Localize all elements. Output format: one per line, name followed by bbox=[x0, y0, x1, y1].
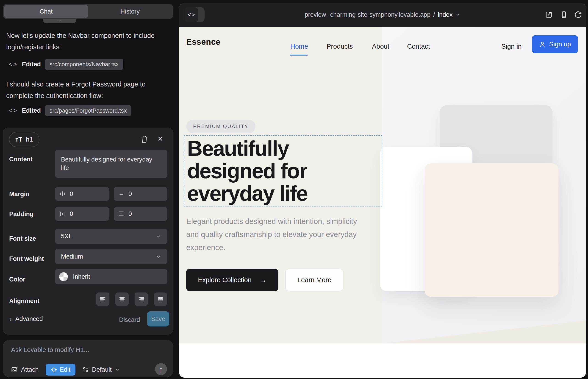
padding-horizontal-input[interactable]: 0 bbox=[55, 207, 109, 221]
chevron-down-icon bbox=[155, 233, 161, 239]
color-select[interactable]: Inherit bbox=[55, 269, 167, 284]
url-bar[interactable]: preview--charming-site-symphony.lovable.… bbox=[179, 3, 586, 27]
chevron-down-icon bbox=[155, 253, 161, 259]
code-icon: <> bbox=[185, 7, 198, 22]
active-nav-underline bbox=[290, 55, 308, 56]
discard-button[interactable]: Discard bbox=[119, 316, 140, 323]
padding-label: Padding bbox=[9, 211, 34, 218]
edited-file-row[interactable]: <> Edited src/pages/ForgotPassword.tsx bbox=[9, 104, 131, 117]
sign-in-link[interactable]: Sign in bbox=[501, 43, 522, 50]
arrow-right-icon: → bbox=[259, 276, 267, 284]
align-center-icon bbox=[119, 296, 125, 303]
refresh-button[interactable] bbox=[574, 11, 582, 19]
margin-vertical-input[interactable]: 0 bbox=[114, 187, 167, 201]
margin-horizontal-input[interactable]: 0 bbox=[55, 187, 109, 201]
align-justify-icon bbox=[157, 296, 164, 303]
hero-description: Elegant products designed with intention… bbox=[186, 215, 357, 254]
align-left-icon bbox=[99, 296, 106, 303]
font-weight-label: Font weight bbox=[9, 255, 44, 262]
margin-label: Margin bbox=[9, 191, 30, 198]
edited-label: Edited bbox=[22, 107, 41, 114]
font-size-label: Font size bbox=[9, 235, 36, 242]
edited-label: Edited bbox=[22, 61, 41, 68]
trash-icon bbox=[140, 135, 148, 143]
chevron-right-icon: › bbox=[9, 316, 12, 322]
default-model-button[interactable]: Default bbox=[82, 366, 120, 373]
color-label: Color bbox=[9, 276, 25, 283]
font-weight-select[interactable]: Medium bbox=[55, 249, 167, 264]
delete-element-button[interactable] bbox=[140, 135, 149, 144]
composer-input[interactable] bbox=[11, 346, 153, 354]
send-button[interactable]: ↑ bbox=[155, 363, 167, 375]
element-editor-panel: тT h1 × Content Beautifully designed for… bbox=[3, 127, 173, 334]
chat-history-tabbar: Chat History bbox=[3, 4, 173, 19]
tab-chat[interactable]: Chat bbox=[4, 5, 88, 18]
browser-topbar: preview--charming-site-symphony.lovable.… bbox=[179, 3, 586, 27]
edit-mode-button[interactable]: Edit bbox=[46, 364, 76, 376]
alignment-label: Alignment bbox=[9, 298, 39, 305]
external-link-icon bbox=[545, 11, 553, 19]
explore-collection-button[interactable]: Explore Collection → bbox=[186, 269, 279, 291]
selected-element-outline[interactable]: Beautifully designed for everyday life bbox=[184, 135, 382, 206]
align-right-button[interactable] bbox=[135, 293, 148, 306]
nav-link-contact[interactable]: Contact bbox=[407, 43, 430, 50]
nav-link-products[interactable]: Products bbox=[326, 43, 353, 50]
element-tag-badge: тT h1 bbox=[9, 132, 39, 147]
content-label: Content bbox=[9, 156, 32, 163]
chat-composer: Attach Edit Default ↑ bbox=[3, 340, 173, 377]
chat-message: I should also create a Forgot Password p… bbox=[6, 79, 159, 101]
scrolled-chip-fragment: ·· bbox=[43, 19, 76, 23]
chevron-down-icon bbox=[455, 12, 460, 17]
learn-more-button[interactable]: Learn More bbox=[285, 269, 343, 291]
padding-vertical-icon bbox=[118, 211, 124, 217]
type-icon: тT bbox=[15, 136, 22, 143]
code-icon: <> bbox=[9, 61, 18, 68]
url-domain: preview--charming-site-symphony.lovable.… bbox=[305, 11, 431, 18]
site-preview: Essence Home Products About Contact Sign… bbox=[179, 27, 586, 378]
close-panel-button[interactable]: × bbox=[156, 134, 165, 143]
chevron-down-icon bbox=[115, 367, 120, 372]
hero-heading: Beautifully designed for everyday life bbox=[187, 137, 308, 205]
tab-history[interactable]: History bbox=[88, 5, 172, 18]
preview-window: preview--charming-site-symphony.lovable.… bbox=[179, 3, 586, 378]
padding-vertical-input[interactable]: 0 bbox=[114, 207, 167, 221]
nav-link-home[interactable]: Home bbox=[290, 43, 308, 50]
edited-file-chip[interactable]: src/components/Navbar.tsx bbox=[45, 59, 123, 70]
code-icon: <> bbox=[9, 107, 18, 114]
margin-horizontal-icon bbox=[60, 191, 66, 197]
padding-horizontal-icon bbox=[60, 211, 66, 217]
content-input[interactable]: Beautifully designed for everyday life bbox=[55, 150, 167, 178]
attach-button[interactable]: Attach bbox=[11, 366, 39, 373]
mobile-preview-button[interactable] bbox=[560, 11, 568, 19]
advanced-toggle[interactable]: › Advanced bbox=[9, 316, 43, 323]
open-in-new-tab-button[interactable] bbox=[545, 11, 553, 19]
target-icon bbox=[51, 366, 57, 373]
close-icon: × bbox=[158, 134, 163, 143]
element-tag-label: h1 bbox=[26, 136, 33, 143]
user-icon bbox=[539, 41, 546, 47]
arrow-up-icon: ↑ bbox=[159, 365, 163, 373]
url-separator: / bbox=[433, 11, 435, 18]
align-right-icon bbox=[138, 296, 145, 303]
save-button[interactable]: Save bbox=[147, 311, 169, 327]
decorative-card-beige bbox=[425, 163, 558, 297]
margin-vertical-icon bbox=[118, 191, 124, 197]
refresh-icon bbox=[574, 11, 582, 19]
quality-badge: PREMIUM QUALITY bbox=[186, 120, 255, 133]
sign-up-button[interactable]: Sign up bbox=[532, 35, 578, 53]
site-logo[interactable]: Essence bbox=[186, 37, 221, 47]
next-section-band bbox=[179, 344, 586, 378]
sliders-icon bbox=[82, 366, 89, 373]
attach-image-icon bbox=[11, 366, 18, 373]
color-swatch bbox=[59, 272, 68, 281]
font-size-select[interactable]: 5XL bbox=[55, 229, 167, 244]
url-page: index bbox=[438, 11, 453, 18]
chat-message: Now let's update the Navbar component to… bbox=[6, 30, 159, 53]
nav-link-about[interactable]: About bbox=[372, 43, 389, 50]
align-justify-button[interactable] bbox=[154, 293, 167, 306]
edited-file-chip[interactable]: src/pages/ForgotPassword.tsx bbox=[45, 105, 131, 116]
align-left-button[interactable] bbox=[96, 293, 109, 306]
edited-file-row[interactable]: <> Edited src/components/Navbar.tsx bbox=[9, 58, 123, 71]
align-center-button[interactable] bbox=[115, 293, 129, 306]
code-view-toggle[interactable]: <> bbox=[185, 7, 204, 22]
